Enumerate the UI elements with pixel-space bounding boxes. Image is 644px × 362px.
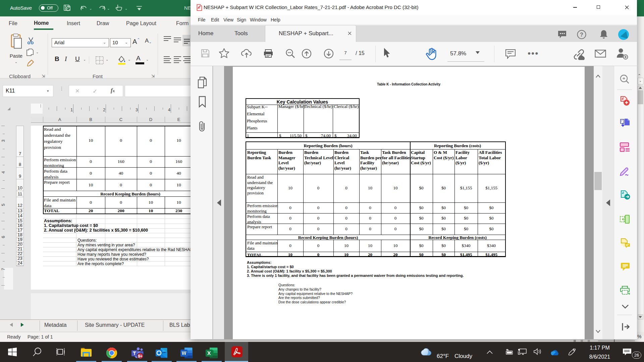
- svg-text:?: ?: [580, 32, 583, 38]
- svg-text:9+: 9+: [138, 354, 143, 359]
